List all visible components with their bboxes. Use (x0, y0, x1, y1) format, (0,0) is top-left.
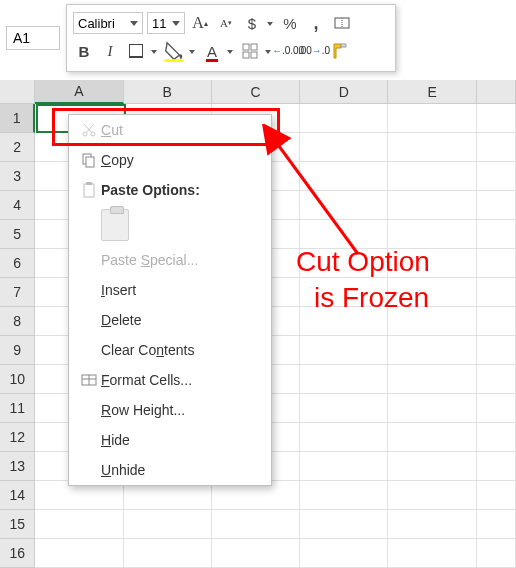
cell[interactable] (477, 133, 516, 162)
col-header-A[interactable]: A (35, 80, 123, 104)
cell[interactable] (388, 394, 476, 423)
font-selector[interactable]: Calibri (73, 12, 143, 34)
percent-format-button[interactable]: % (279, 12, 301, 34)
cell[interactable] (124, 510, 212, 539)
cell[interactable] (300, 162, 388, 191)
menu-hide[interactable]: Hide (69, 425, 271, 455)
merge-center-icon[interactable] (331, 12, 353, 34)
row-header[interactable]: 4 (0, 191, 35, 220)
name-box[interactable]: A1 (6, 26, 60, 50)
menu-unhide[interactable]: Unhide (69, 455, 271, 485)
decrease-decimal-button[interactable]: .00→.0 (303, 40, 325, 62)
row-header[interactable]: 15 (0, 510, 35, 539)
cell[interactable] (388, 481, 476, 510)
row-header[interactable]: 13 (0, 452, 35, 481)
bold-button[interactable]: B (73, 40, 95, 62)
cell[interactable] (477, 481, 516, 510)
increase-decimal-button[interactable]: ←.0.00 (277, 40, 299, 62)
cell[interactable] (388, 510, 476, 539)
row-header[interactable]: 14 (0, 481, 35, 510)
currency-format-button[interactable]: $ (241, 12, 263, 34)
font-size-selector[interactable]: 11 (147, 12, 185, 34)
cell[interactable] (300, 452, 388, 481)
row-header[interactable]: 11 (0, 394, 35, 423)
cell[interactable] (124, 539, 212, 568)
select-all-corner[interactable] (0, 80, 35, 104)
borders-button[interactable] (125, 40, 147, 62)
cell[interactable] (477, 510, 516, 539)
menu-format-cells[interactable]: Format Cells... (69, 365, 271, 395)
cell[interactable] (477, 104, 516, 133)
cell[interactable] (477, 307, 516, 336)
cell[interactable] (477, 220, 516, 249)
format-painter-button[interactable] (329, 40, 351, 62)
cell[interactable] (477, 394, 516, 423)
cell[interactable] (300, 423, 388, 452)
cell[interactable] (477, 539, 516, 568)
cell[interactable] (388, 423, 476, 452)
chevron-down-icon[interactable] (151, 48, 159, 54)
italic-button[interactable]: I (99, 40, 121, 62)
cell[interactable] (477, 336, 516, 365)
cell[interactable] (300, 539, 388, 568)
cell[interactable] (388, 365, 476, 394)
cell[interactable] (477, 423, 516, 452)
comma-format-button[interactable]: , (305, 12, 327, 34)
row-header[interactable]: 3 (0, 162, 35, 191)
row-header[interactable]: 2 (0, 133, 35, 162)
cell[interactable] (300, 481, 388, 510)
row-header[interactable]: 1 (0, 104, 35, 133)
chevron-down-icon[interactable] (189, 48, 197, 54)
cell[interactable] (388, 452, 476, 481)
cell[interactable] (477, 191, 516, 220)
cell[interactable] (35, 539, 123, 568)
cell[interactable] (477, 249, 516, 278)
cell[interactable] (388, 104, 476, 133)
chevron-down-icon[interactable] (227, 48, 235, 54)
cell[interactable] (477, 278, 516, 307)
col-header-E[interactable]: E (388, 80, 476, 104)
cell[interactable] (388, 539, 476, 568)
cell[interactable] (212, 539, 300, 568)
row-header[interactable]: 8 (0, 307, 35, 336)
cell[interactable] (300, 510, 388, 539)
menu-row-height[interactable]: Row Height... (69, 395, 271, 425)
row-header[interactable]: 16 (0, 539, 35, 568)
cell[interactable] (388, 191, 476, 220)
cell[interactable] (212, 510, 300, 539)
increase-font-icon[interactable]: A▴ (189, 12, 211, 34)
borders-menu-icon[interactable] (239, 40, 261, 62)
row-header[interactable]: 5 (0, 220, 35, 249)
font-color-button[interactable]: A (201, 40, 223, 62)
cell[interactable] (300, 394, 388, 423)
menu-clear-contents[interactable]: Clear Contents (69, 335, 271, 365)
row-header[interactable]: 6 (0, 249, 35, 278)
cell[interactable] (477, 452, 516, 481)
cell[interactable] (300, 191, 388, 220)
row-header[interactable]: 7 (0, 278, 35, 307)
col-header-D[interactable]: D (300, 80, 388, 104)
chevron-down-icon[interactable] (267, 20, 275, 26)
row-header[interactable]: 12 (0, 423, 35, 452)
row-header[interactable]: 9 (0, 336, 35, 365)
cell[interactable] (388, 133, 476, 162)
cell[interactable] (477, 365, 516, 394)
menu-insert-label: Insert (101, 282, 261, 298)
cell[interactable] (300, 365, 388, 394)
col-header-F[interactable] (477, 80, 516, 104)
row-header[interactable]: 10 (0, 365, 35, 394)
col-header-B[interactable]: B (124, 80, 212, 104)
decrease-font-icon[interactable]: A▾ (215, 12, 237, 34)
cell[interactable] (300, 133, 388, 162)
cell[interactable] (388, 336, 476, 365)
cell[interactable] (388, 162, 476, 191)
fill-color-button[interactable] (163, 40, 185, 62)
col-header-C[interactable]: C (212, 80, 300, 104)
cell[interactable] (477, 162, 516, 191)
cell[interactable] (300, 104, 388, 133)
menu-delete[interactable]: Delete (69, 305, 271, 335)
cell[interactable] (300, 336, 388, 365)
cell[interactable] (35, 510, 123, 539)
menu-copy[interactable]: Copy (69, 145, 271, 175)
menu-insert[interactable]: Insert (69, 275, 271, 305)
